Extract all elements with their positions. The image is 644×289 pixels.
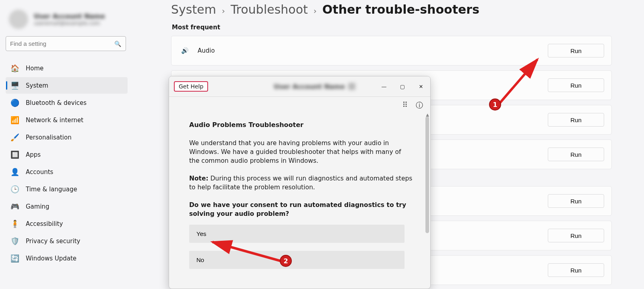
- card-audio: 🔊 Audio Run: [171, 36, 612, 66]
- run-button[interactable]: Run: [548, 78, 604, 92]
- sidebar-item-personalisation[interactable]: 🖌️ Personalisation: [6, 129, 128, 146]
- chevron-right-icon: ›: [314, 6, 317, 16]
- section-label: Most frequent: [172, 24, 612, 31]
- window-titlebar[interactable]: Get Help User Account Name — ▢ ✕: [169, 76, 430, 97]
- clock-icon: 🕒: [10, 185, 19, 193]
- chevron-right-icon: ›: [222, 6, 225, 16]
- account-name: User Account Name: [34, 12, 105, 20]
- person-icon: 👤: [10, 168, 19, 176]
- sidebar-item-system[interactable]: 🖥️ System: [6, 77, 128, 94]
- search-wrap: 🔍: [6, 36, 126, 51]
- speaker-icon: 🔊: [181, 47, 189, 54]
- info-icon[interactable]: ⓘ: [416, 100, 423, 110]
- sidebar-item-bluetooth[interactable]: 🔵 Bluetooth & devices: [6, 94, 128, 111]
- run-button[interactable]: Run: [548, 148, 604, 161]
- note-label: Note:: [189, 175, 208, 182]
- sidebar-item-label: Accounts: [26, 168, 53, 176]
- close-button[interactable]: ✕: [412, 80, 430, 93]
- maximize-button[interactable]: ▢: [393, 80, 412, 93]
- sidebar-item-label: Network & internet: [26, 117, 83, 124]
- consent-question: Do we have your consent to run automated…: [189, 201, 413, 218]
- apps-icon: 🔲: [10, 150, 19, 159]
- share-icon[interactable]: ⠿: [402, 100, 408, 110]
- sidebar-item-label: Windows Update: [26, 255, 76, 262]
- note-text: During this process we will run diagnost…: [189, 175, 412, 191]
- minimize-button[interactable]: —: [375, 80, 393, 93]
- sidebar-item-label: Gaming: [26, 203, 50, 210]
- gamepad-icon: 🎮: [10, 202, 19, 211]
- breadcrumb: System › Troubleshoot › Other trouble-sh…: [171, 2, 612, 16]
- annotation-badge-2: 2: [280, 255, 292, 267]
- avatar: [9, 10, 28, 29]
- account-block[interactable]: User Account Name useremail@example.com: [6, 4, 128, 36]
- run-button[interactable]: Run: [548, 229, 604, 242]
- bluetooth-icon: 🔵: [10, 98, 19, 107]
- sidebar-item-label: System: [26, 82, 48, 89]
- yes-button[interactable]: Yes: [189, 225, 405, 243]
- sidebar-item-network[interactable]: 📶 Network & internet: [6, 112, 128, 128]
- accessibility-icon: 🧍: [10, 219, 19, 228]
- page-title: Other trouble-shooters: [322, 2, 479, 16]
- sidebar-item-update[interactable]: 🔄 Windows Update: [6, 250, 128, 266]
- search-icon: 🔍: [114, 41, 121, 47]
- sidebar-item-label: Privacy & security: [26, 238, 80, 245]
- run-button[interactable]: Run: [548, 113, 604, 127]
- annotation-badge-1: 1: [489, 98, 501, 111]
- brush-icon: 🖌️: [10, 133, 19, 141]
- account-email: useremail@example.com: [34, 20, 105, 26]
- run-button[interactable]: Run: [548, 194, 604, 208]
- no-button[interactable]: No: [189, 251, 405, 269]
- sidebar-item-label: Personalisation: [26, 134, 72, 141]
- home-icon: 🏠: [10, 64, 19, 72]
- modal-heading: Audio Problems Troubleshooter: [189, 121, 413, 130]
- shield-icon: 🛡️: [10, 237, 19, 245]
- modal-body: Audio Problems Troubleshooter We underst…: [189, 121, 413, 277]
- sidebar-item-label: Home: [26, 65, 43, 72]
- sidebar-item-label: Time & language: [26, 186, 77, 193]
- system-icon: 🖥️: [10, 81, 19, 90]
- scrollbar[interactable]: [425, 117, 429, 233]
- sidebar-item-label: Accessibility: [26, 220, 63, 228]
- sidebar-item-privacy[interactable]: 🛡️ Privacy & security: [6, 233, 128, 249]
- update-icon: 🔄: [10, 254, 19, 262]
- sidebar-item-time[interactable]: 🕒 Time & language: [6, 181, 128, 197]
- app-title: Get Help: [174, 81, 208, 92]
- get-help-window: Get Help User Account Name — ▢ ✕ ⠿ ⓘ ▲ A…: [169, 76, 431, 289]
- search-input[interactable]: [6, 36, 126, 51]
- sidebar-item-accessibility[interactable]: 🧍 Accessibility: [6, 215, 128, 232]
- sidebar-item-gaming[interactable]: 🎮 Gaming: [6, 198, 128, 215]
- crumb-troubleshoot[interactable]: Troubleshoot: [231, 2, 308, 16]
- wifi-icon: 📶: [10, 116, 19, 124]
- settings-sidebar: User Account Name useremail@example.com …: [0, 0, 131, 289]
- run-button-audio[interactable]: Run: [548, 44, 604, 57]
- titlebar-user: User Account Name: [274, 83, 355, 90]
- modal-para1: We understand that you are having proble…: [189, 139, 413, 165]
- sidebar-item-label: Apps: [26, 151, 41, 158]
- run-button[interactable]: Run: [548, 263, 604, 277]
- card-title: Audio: [198, 47, 215, 54]
- crumb-system[interactable]: System: [171, 2, 216, 16]
- sidebar-item-label: Bluetooth & devices: [26, 99, 87, 107]
- sidebar-item-apps[interactable]: 🔲 Apps: [6, 146, 128, 163]
- sidebar-item-home[interactable]: 🏠 Home: [6, 60, 128, 76]
- sidebar-item-accounts[interactable]: 👤 Accounts: [6, 164, 128, 180]
